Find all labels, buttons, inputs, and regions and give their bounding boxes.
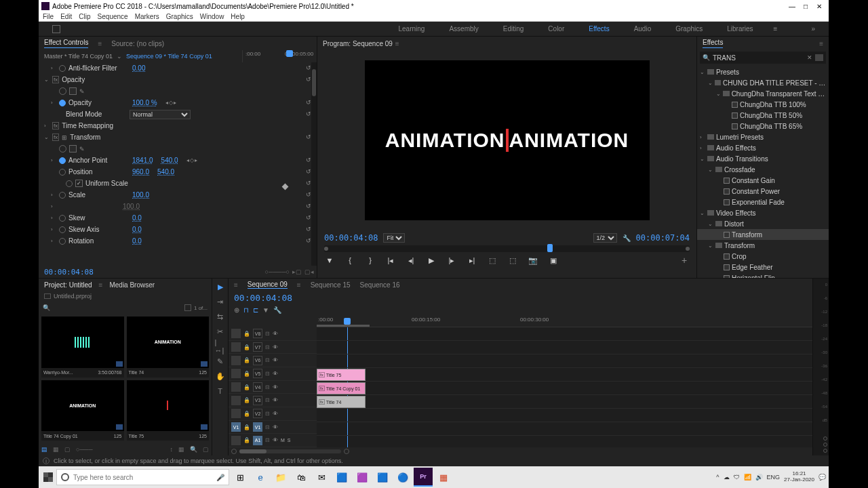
effects-folder[interactable]: ›Audio Effects [697,142,829,153]
uniform-scale-checkbox[interactable]: ✓ [75,180,83,187]
ec-zoom-handle[interactable]: ○────○ [265,268,290,275]
zoom-in-icon[interactable] [344,449,349,454]
go-to-in-button[interactable]: |◂ [385,255,396,266]
sync-lock-icon[interactable]: ⊟ [265,331,270,337]
workspace-graphics[interactable]: Graphics [675,25,703,33]
menu-markers[interactable]: Markers [135,13,159,20]
mask-rect-icon[interactable] [69,145,77,152]
program-monitor[interactable]: ANIMATION ANIMATION [317,50,696,230]
lock-icon[interactable]: 🔒 [243,424,250,430]
project-menu-icon[interactable]: ≡ [99,281,103,289]
meter-handle[interactable] [823,443,827,447]
track-target[interactable]: V5 [253,369,262,378]
twirl-icon[interactable]: ⌄ [700,210,705,216]
tab-effects[interactable]: Effects [703,39,723,48]
track-header[interactable]: 🔒V3⊟👁 [229,394,317,407]
taskbar-app-outlook[interactable]: 🟦 [373,468,392,487]
menu-help[interactable]: Help [231,13,245,20]
lock-icon[interactable]: 🔒 [243,397,250,403]
track-target[interactable]: V3 [253,396,262,405]
step-back-button[interactable]: ◂| [406,255,416,266]
mask-ellipse-icon[interactable] [59,87,66,95]
chevron-down-icon[interactable]: ⌄ [117,53,122,60]
timeline-ruler[interactable]: :00:00 00:00:15:00 00:00:30:00 [317,315,812,327]
sync-lock-icon[interactable]: ⊟ [265,424,270,430]
meter-handle[interactable] [823,436,827,441]
find-icon[interactable]: 🔍 [190,446,197,453]
taskbar-app-explorer[interactable]: 📁 [271,468,290,487]
type-tool[interactable]: T [215,386,226,396]
twirl-icon[interactable]: ⌄ [708,243,713,249]
sync-lock-icon[interactable]: ⊟ [265,344,270,350]
toggle-output-icon[interactable]: 👁 [273,371,278,377]
razor-tool[interactable]: ✂ [215,326,226,337]
taskbar-app-powerpoint[interactable]: ▦ [434,468,453,487]
sync-lock-icon[interactable]: ⊟ [265,437,270,443]
twirl-icon[interactable]: › [51,215,56,221]
meter-handle[interactable] [823,449,827,453]
source-patch[interactable] [231,396,241,405]
twirl-icon[interactable]: › [51,226,56,232]
lock-icon[interactable]: 🔒 [243,331,250,337]
twirl-icon[interactable]: ⌄ [708,167,713,173]
track-lane-V1[interactable] [317,422,812,436]
track-lane-V5[interactable]: fxTitle 75 [317,368,812,382]
twirl-icon[interactable]: ⌄ [44,77,50,83]
track-lane-V3[interactable]: fxTitle 74 [317,395,812,409]
timeline-tab[interactable]: Sequence 15 [311,281,351,289]
value-skew-axis[interactable]: 0.0 [132,226,142,233]
menu-sequence[interactable]: Sequence [98,13,128,20]
track-target[interactable]: V6 [253,356,262,365]
automate-icon[interactable]: ▦ [178,446,184,453]
project-item[interactable]: ANIMATIONTitle 74 Copy 01125 [41,380,124,441]
effects-preset[interactable]: ChungDha TTB 50% [697,110,829,121]
tab-source[interactable]: Source: (no clips) [111,40,164,47]
stopwatch-icon[interactable] [59,157,66,164]
program-menu-icon[interactable]: ≡ [395,40,399,47]
source-patch[interactable] [231,329,241,338]
slip-tool[interactable]: |↔| [215,341,226,352]
track-header[interactable]: 🔒V4⊟👁 [229,381,317,394]
timeline-menu-icon[interactable]: ≡ [234,281,238,289]
taskbar-app-chrome[interactable]: 🔵 [393,468,412,487]
selection-tool[interactable]: ▶ [215,281,226,292]
track-header[interactable]: 🔒V7⊟👁 [229,341,317,354]
tray-overflow-icon[interactable]: ^ [716,474,719,481]
workspace-assembly[interactable]: Assembly [449,25,478,33]
taskbar-app-edge[interactable]: e [251,468,270,487]
stopwatch-icon[interactable] [59,65,66,72]
twirl-icon[interactable]: › [51,192,56,198]
fx-badge[interactable]: fx [52,134,59,141]
menu-graphics[interactable]: Graphics [166,13,193,20]
taskbar-search[interactable]: 🎤 [56,469,229,485]
twirl-icon[interactable]: ⌄ [44,134,50,140]
button-editor-button[interactable]: + [679,255,690,266]
maximize-button[interactable]: □ [799,3,812,10]
notifications-icon[interactable]: 💬 [818,474,826,481]
lock-icon[interactable]: 🔒 [243,357,250,363]
toggle-output-icon[interactable]: 👁 [273,357,278,363]
kf-next-icon[interactable]: ▸ [195,157,197,163]
solo-button[interactable]: S [288,438,291,443]
twirl-icon[interactable]: › [700,145,705,151]
track-header[interactable]: 🔒V6⊟👁 [229,354,317,367]
workspace-overflow-icon[interactable]: » [811,25,815,33]
effects-preset[interactable]: Edge Feather [697,262,829,272]
track-target[interactable]: V1 [253,422,262,432]
value-rotation[interactable]: 0.0 [132,237,142,245]
track-lane-A1[interactable] [317,436,812,447]
tray-wifi-icon[interactable]: 📶 [744,474,751,481]
taskbar-search-input[interactable] [73,474,212,481]
workspace-color[interactable]: Color [548,25,564,33]
value-position-y[interactable]: 540.0 [157,168,174,176]
toggle-output-icon[interactable]: 👁 [273,384,278,390]
lock-icon[interactable]: 🔒 [243,437,250,443]
track-header[interactable]: 🔒V2⊟👁 [229,407,317,421]
track-lane-V8[interactable] [317,327,812,341]
toggle-output-icon[interactable]: 👁 [273,331,278,337]
menu-clip[interactable]: Clip [79,13,90,20]
effects-preset[interactable]: Constant Power [697,186,829,197]
twirl-icon[interactable]: › [51,100,56,106]
effects-preset[interactable]: Crop [697,251,829,262]
start-button[interactable] [41,470,55,484]
